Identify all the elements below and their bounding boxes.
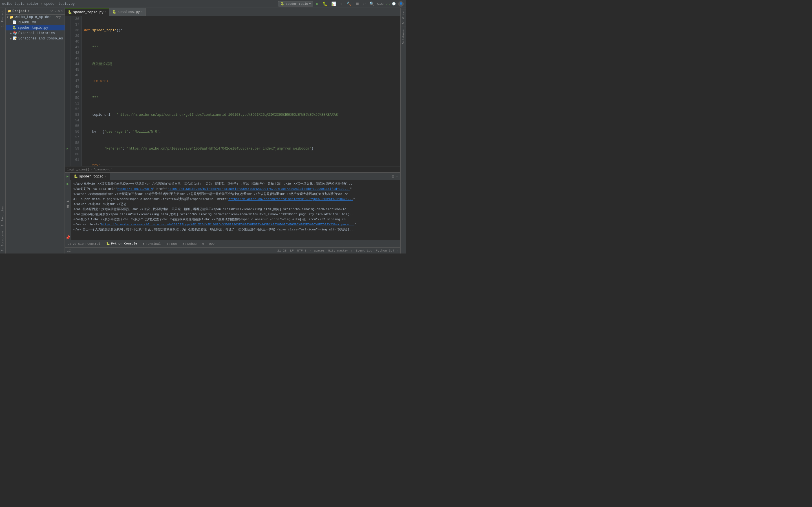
gutter-52 (65, 107, 70, 112)
collapse-icon[interactable]: ⇔ (54, 9, 56, 13)
code-lines[interactable]: def spider_topic(): """ 爬取新浪话题 :return: … (82, 16, 400, 166)
tree-readme[interactable]: 📄 README.md (6, 20, 64, 25)
ext-libs-label: External Libraries (18, 31, 55, 35)
output-line-7: </a>国家不给分配男朋友<span class="url-icon"><img… (73, 212, 398, 217)
sidebar: 📁 Project ▼ ⟳ ⇔ ⚙ × ▼ 📁 weibo_topic_spid… (6, 8, 65, 253)
title-bar: weibo_topic_spider › spoder_topic.py 🐍 s… (0, 0, 406, 8)
profile-button[interactable]: ⚡ (339, 1, 343, 7)
left-vtab-favorites[interactable]: 2: Favorites (1, 204, 5, 229)
breadcrumb: login_sina() › 'password' (65, 166, 400, 172)
editor-content[interactable]: ▶ 36 37 38 39 40 41 42 43 44 45 46 (65, 16, 400, 166)
status-line-col[interactable]: 21:28 (277, 249, 287, 252)
coverage-button[interactable]: 📊 (331, 1, 337, 7)
ln-50: 50 (73, 95, 79, 101)
stop-button[interactable]: ⏹ (354, 1, 360, 7)
tree-scratches[interactable]: ▶ 📝 Scratches and Consoles (6, 36, 64, 41)
minimize-icon[interactable]: — (396, 174, 398, 179)
ln-40: 40 (73, 39, 79, 45)
tab-spoder-label: spoder_topic.py (73, 10, 103, 14)
sync-icon[interactable]: ⟳ (50, 9, 53, 13)
root-label: weibo_topic_spider (15, 15, 51, 19)
bottom-toolbar: ▶ ↑ ↓ ↵ 🗑 📌 (65, 180, 71, 240)
clear-icon[interactable]: 🗑 (66, 205, 70, 209)
search-button[interactable]: 🔍 (368, 1, 375, 7)
status-git-branch[interactable]: Git: master ↑ (328, 249, 352, 252)
git-check2: ✓ (389, 2, 391, 6)
ln-56: 56 (73, 129, 79, 135)
avatar-button[interactable]: 👤 (398, 1, 404, 7)
ln-41: 41 (73, 45, 79, 50)
python-console-label: Python Console (111, 242, 137, 245)
status-bar: ⎇ 21:28 LF UTF-8 4 spaces Git: master ↑ … (65, 247, 400, 253)
gutter-53 (65, 112, 70, 118)
tab-terminal[interactable]: ▶ Terminal (140, 240, 163, 247)
code-line-43: 'Referer': 'https://m.weibo.cn/p/1008087… (84, 146, 400, 152)
left-vtab-structure[interactable]: 7: Structure (1, 229, 5, 253)
pin-icon[interactable]: 📌 (65, 235, 70, 240)
debug-button[interactable]: 🐛 (322, 1, 328, 7)
tab-debug[interactable]: 5: Debug (180, 240, 199, 247)
gutter-49 (65, 90, 70, 95)
undo-button[interactable]: ↩ (362, 1, 366, 7)
status-python-version[interactable]: Python 3.7 ↑ (376, 249, 398, 252)
status-encoding[interactable]: UTF-8 (297, 249, 306, 252)
spoder-label: spoder_topic.py (18, 26, 48, 30)
tree-spoder[interactable]: 🐍 spoder_topic.py (6, 25, 64, 31)
status-lf[interactable]: LF (290, 249, 294, 252)
close-sidebar-icon[interactable]: × (61, 9, 63, 13)
tab-sessions[interactable]: 🐍 sessions.py × (109, 8, 146, 16)
right-tab-database[interactable]: Database (401, 27, 406, 47)
gutter-58 (65, 140, 70, 146)
right-tabs: SciView Database (400, 8, 406, 253)
ln-44: 44 (73, 61, 79, 67)
status-event-log[interactable]: Event Log (356, 249, 372, 252)
tab-spoder-close[interactable]: × (105, 11, 106, 14)
tab-sessions-close[interactable]: × (141, 10, 143, 13)
git-check1: ✓ (386, 2, 388, 6)
bottom-content[interactable]: </a>之单身<br />其实我最怕自己说的一句话就是<br />我明确的知道自… (71, 180, 400, 240)
output-line-6: </a> 根本原因是：找对象的意愿不强烈。<br />假设，找不到对象一天只吃一… (73, 207, 398, 212)
tab-spoder[interactable]: 🐍 spoder_topic.py × (65, 8, 109, 16)
run-config-label: spoder_topic (286, 2, 308, 6)
readme-label: README.md (18, 20, 36, 24)
project-dropdown-icon[interactable]: ▼ (28, 10, 29, 13)
status-git-icon[interactable]: ⎇ (67, 249, 71, 252)
run-tab-icon: 🐍 (73, 174, 78, 179)
bottom-tabs: ▶ 🐍 spoder_topic × ⚙ — (65, 173, 400, 180)
tab-run-output[interactable]: 🐍 spoder_topic × (70, 173, 110, 180)
tab-run[interactable]: 4: Run (163, 240, 180, 247)
spoder-py-icon: 🐍 (12, 25, 17, 30)
ln-60: 60 (73, 152, 79, 157)
ext-lib-icon: 📚 (13, 31, 17, 35)
main-area: 1: Project 2: Favorites 7: Structure 📁 P… (0, 8, 406, 253)
ln-59: 59 (73, 146, 79, 152)
output-line-3: </a><br />哈哈哈哈哈<br />大概是第三条<br />对于爱情幻想过… (73, 191, 398, 196)
gutter-37 (65, 22, 70, 27)
wrap-icon[interactable]: ↵ (66, 199, 69, 203)
scroll-up-icon[interactable]: ↑ (66, 187, 69, 192)
play-icon[interactable]: ▶ (66, 181, 69, 186)
run-config-button[interactable]: 🐍 spoder_topic ▼ (278, 1, 313, 6)
left-vtab-project[interactable]: 1: Project (1, 8, 5, 29)
title-bar-right: 🐍 spoder_topic ▼ ▶ 🐛 📊 ⚡ 🔨 ⏹ ↩ 🔍 Git: ✓ … (278, 1, 404, 7)
build-button[interactable]: 🔨 (346, 1, 352, 7)
ln-45: 45 (73, 67, 79, 73)
tab-sessions-label: sessions.py (117, 10, 140, 14)
root-folder-icon: 📁 (10, 15, 13, 19)
ln-52: 52 (73, 107, 79, 112)
right-tab-sciview[interactable]: SciView (401, 9, 406, 27)
gutter: ▶ (65, 16, 70, 166)
tab-python-console[interactable]: 🐍 Python Console (103, 240, 140, 247)
run-button[interactable]: ▶ (315, 1, 319, 7)
tree-ext-libs[interactable]: ▶ 📚 External Libraries (6, 31, 64, 36)
scroll-down-icon[interactable]: ↓ (66, 193, 69, 198)
tab-version-control[interactable]: 9: Version Control (65, 240, 103, 247)
breadcrumb-func: login_sina() (67, 168, 89, 171)
status-indent[interactable]: 4 spaces (310, 249, 325, 252)
settings-gear-icon[interactable]: ⚙ (392, 174, 394, 179)
tree-root[interactable]: ▼ 📁 weibo_topic_spider ~/Py (6, 15, 64, 20)
tab-todo[interactable]: 6: TODO (199, 240, 217, 247)
settings-icon[interactable]: ⚙ (58, 9, 60, 13)
scratches-icon: 📝 (13, 36, 17, 41)
run-tab-close[interactable]: × (105, 175, 106, 178)
